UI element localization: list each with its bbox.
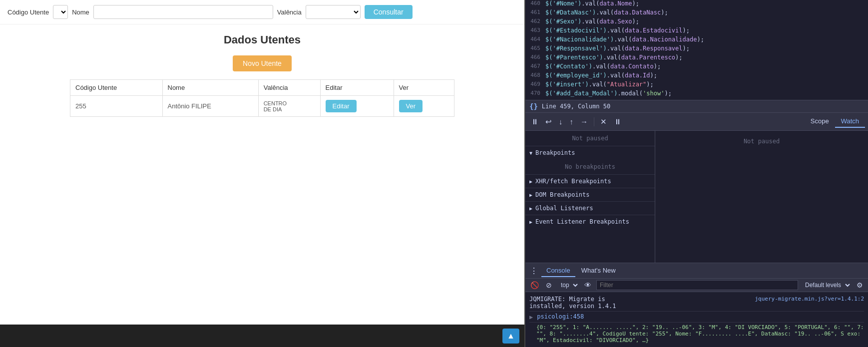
scope-watch-tabs: Scope Watch	[805, 115, 865, 128]
bottom-bar: ▲	[0, 325, 524, 347]
cell-nome: Antônio FILIPE	[162, 96, 258, 117]
obj-expand-icon[interactable]: ▶	[529, 314, 533, 321]
valencia-label: Valência	[277, 8, 302, 16]
event-listener-label: Event Listener Breakpoints	[535, 218, 629, 225]
consultar-button[interactable]: Consultar	[365, 5, 413, 19]
novo-utente-row: Novo Utente	[0, 51, 524, 79]
breakpoints-header[interactable]: ▼ Breakpoints	[525, 146, 655, 159]
breakpoints-section: ▼ Breakpoints No breakpoints	[525, 146, 655, 174]
tab-whats-new[interactable]: What's New	[576, 265, 621, 277]
console-toolbar: 🚫 ⊘ top 👁 Default levels ⚙	[525, 278, 868, 292]
no-breakpoints-text: No breakpoints	[525, 159, 655, 174]
scroll-top-button[interactable]: ▲	[502, 329, 519, 344]
code-line-467: 467 $('#Contato').val(data.Contato);	[525, 63, 868, 72]
event-listener-section: ▶ Event Listener Breakpoints	[525, 215, 655, 228]
cell-codigo: 255	[70, 96, 163, 117]
step-out-button[interactable]: ↑	[567, 116, 576, 127]
nome-label: Nome	[72, 8, 89, 16]
code-line-461: 461 $('#DataNasc').val(data.DataNasc);	[525, 9, 868, 18]
code-line-469: 469 $('#insert').val("Atualizar");	[525, 81, 868, 90]
devtools-status-bar: {} Line 459, Column 50	[525, 100, 868, 113]
scope-panel: Not paused	[655, 131, 868, 263]
console-clear-button[interactable]: 🚫	[528, 280, 541, 290]
nome-input[interactable]	[93, 5, 273, 19]
jqmigrate-link[interactable]: jquery-migrate.min.js?ver=1.4.1:2	[755, 296, 864, 302]
breakpoints-panel: Not paused ▼ Breakpoints No breakpoints …	[525, 131, 655, 263]
valencia-select[interactable]	[306, 5, 361, 19]
code-line-462: 462 $('#Sexo').val(data.Sexo);	[525, 18, 868, 27]
code-line-468: 468 $('#employee_id').val(data.Id);	[525, 72, 868, 81]
continue-button[interactable]: →	[578, 116, 590, 127]
cell-ver: Ver	[394, 96, 454, 117]
dom-arrow: ▶	[529, 192, 532, 198]
col-header-ver: Ver	[394, 80, 454, 96]
console-message-jqmigrate: JQMIGRATE: Migrate is installed, version…	[529, 294, 864, 312]
console-settings-button[interactable]: ⚙	[855, 280, 865, 290]
code-line-463: 463 $('#Estadocivil').val(data.Estadociv…	[525, 27, 868, 36]
position-text: Line 459, Column 50	[542, 103, 610, 110]
step-over-button[interactable]: ↩	[543, 116, 554, 128]
code-line-464: 464 $('#Nacionalidade').val(data.Naciona…	[525, 36, 868, 45]
code-line-460: 460 $('#Nome').val(data.Nome);	[525, 0, 868, 9]
novo-utente-button[interactable]: Novo Utente	[233, 55, 292, 71]
deactivate-button[interactable]: ✕	[598, 116, 609, 128]
dom-breakpoints-label: DOM Breakpoints	[535, 191, 589, 198]
pause-exceptions-button[interactable]: ⏸	[611, 116, 624, 127]
obj-link[interactable]: psicologi:458	[537, 313, 584, 320]
codigo-select[interactable]	[53, 5, 68, 19]
breakpoints-label: Breakpoints	[535, 149, 575, 156]
default-levels-select[interactable]: Default levels	[801, 280, 852, 291]
dom-breakpoints-header[interactable]: ▶ DOM Breakpoints	[525, 188, 655, 201]
jqmigrate-text: JQMIGRATE: Migrate is installed, version…	[529, 296, 616, 310]
codigo-label: Código Utente	[7, 8, 49, 16]
dom-breakpoints-section: ▶ DOM Breakpoints	[525, 188, 655, 201]
data-table-container: Código Utente Nome Valência Editar Ver 2…	[0, 79, 524, 117]
code-line-465: 465 $('#Responsavel').val(data.Responsav…	[525, 45, 868, 54]
left-panel: Código Utente Nome Valência Consultar Da…	[0, 0, 524, 347]
code-line-470: 470 $('#add_data_Modal').modal('show');	[525, 90, 868, 99]
code-area[interactable]: 460 $('#Nome').val(data.Nome); 461 $('#D…	[525, 0, 868, 100]
code-line-466: 466 $('#Parentesco').val(data.Parentesco…	[525, 54, 868, 63]
event-arrow: ▶	[529, 219, 532, 225]
event-listener-header[interactable]: ▶ Event Listener Breakpoints	[525, 215, 655, 228]
console-messages: JQMIGRATE: Migrate is installed, version…	[525, 292, 868, 347]
xhr-fetch-label: XHR/fetch Breakpoints	[535, 178, 611, 185]
page-title: Dados Utentes	[0, 24, 524, 51]
ver-button[interactable]: Ver	[399, 100, 423, 112]
cell-valencia: CENTRODE DIA	[258, 96, 320, 117]
global-listeners-header[interactable]: ▶ Global Listeners	[525, 202, 655, 215]
step-into-button[interactable]: ↓	[556, 116, 565, 127]
breakpoints-arrow: ▼	[529, 150, 532, 156]
console-obj-data: {0: "255", 1: "A....... .....", 2: "19..…	[529, 323, 864, 345]
devtools-toolbar: ⏸ ↩ ↓ ↑ → ✕ ⏸ Scope Watch	[525, 113, 868, 131]
top-select[interactable]: top	[557, 280, 579, 291]
console-menu-button[interactable]: ⋮	[527, 265, 540, 277]
tab-watch[interactable]: Watch	[835, 115, 865, 128]
console-message-obj: ▶ psicologi:458	[529, 312, 864, 323]
editar-button[interactable]: Editar	[326, 100, 357, 112]
pause-button[interactable]: ⏸	[528, 116, 541, 127]
global-listeners-section: ▶ Global Listeners	[525, 201, 655, 215]
xhr-fetch-section: ▶ XHR/fetch Breakpoints	[525, 174, 655, 188]
toolbar-separator	[594, 117, 594, 126]
filter-input[interactable]	[596, 280, 798, 290]
xhr-arrow: ▶	[529, 179, 532, 184]
col-header-valencia: Valência	[258, 80, 320, 96]
table-row: 255 Antônio FILIPE CENTRODE DIA Editar V…	[70, 96, 454, 117]
top-bar: Código Utente Nome Valência Consultar	[0, 0, 524, 24]
cell-editar: Editar	[320, 96, 394, 117]
xhr-fetch-header[interactable]: ▶ XHR/fetch Breakpoints	[525, 175, 655, 188]
not-paused-label-left: Not paused	[525, 131, 655, 146]
tab-console[interactable]: Console	[541, 265, 575, 277]
data-table: Código Utente Nome Valência Editar Ver 2…	[70, 79, 454, 117]
tab-scope[interactable]: Scope	[805, 115, 835, 128]
console-tabs: ⋮ Console What's New	[525, 263, 868, 278]
eye-icon[interactable]: 👁	[582, 280, 593, 290]
console-filter-icon[interactable]: ⊘	[544, 280, 554, 290]
global-listeners-label: Global Listeners	[535, 205, 593, 212]
col-header-codigo: Código Utente	[70, 80, 163, 96]
col-header-editar: Editar	[320, 80, 394, 96]
console-panel: ⋮ Console What's New 🚫 ⊘ top 👁 Default l…	[525, 263, 868, 347]
col-header-nome: Nome	[162, 80, 258, 96]
global-arrow: ▶	[529, 206, 532, 211]
